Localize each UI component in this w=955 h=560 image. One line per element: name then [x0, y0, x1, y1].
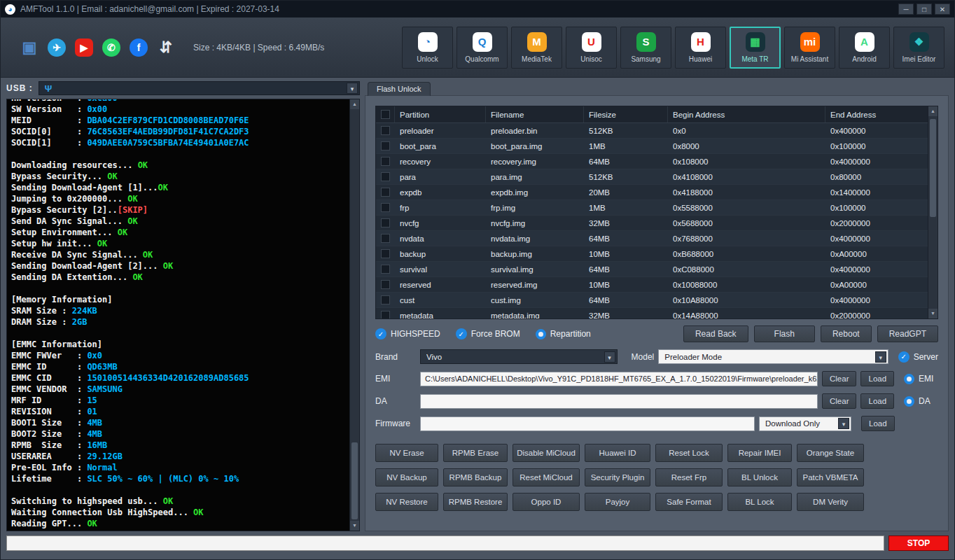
safe-format-button[interactable]: Safe Format	[655, 493, 723, 511]
disable-micloud-button[interactable]: Disable MiCloud	[513, 444, 580, 462]
table-scrollbar-thumb[interactable]	[930, 119, 936, 217]
filter-icon[interactable]: ⇵	[157, 38, 175, 57]
table-row[interactable]: reservedreserved.img10MB0x100880000xA000…	[376, 277, 928, 293]
col-partition[interactable]: Partition	[395, 106, 486, 122]
usb-device-select[interactable]: Ψ ▾	[39, 81, 360, 95]
youtube-icon[interactable]: ▶	[75, 38, 93, 57]
close-button[interactable]: ✕	[935, 4, 950, 15]
log-scrollbar-thumb[interactable]	[351, 442, 358, 519]
read-back-button[interactable]: Read Back	[683, 326, 748, 342]
brand-select[interactable]: Vivo ▾	[420, 349, 618, 364]
tab-unlock[interactable]: ◔Unlock	[402, 27, 453, 69]
bl-lock-button[interactable]: BL Lock	[727, 493, 792, 511]
row-checkbox[interactable]	[381, 203, 390, 212]
server-toggle[interactable]: ✓ Server	[898, 351, 938, 363]
da-radio[interactable]	[904, 396, 914, 407]
huawei-id-button[interactable]: Huawei ID	[585, 444, 650, 462]
tab-mediatek[interactable]: MMediaTek	[511, 27, 562, 69]
emi-load-button[interactable]: Load	[860, 371, 894, 386]
da-path-input[interactable]	[420, 394, 818, 409]
highspeed-toggle[interactable]: ✓ HIGHSPEED	[375, 328, 440, 340]
da-radio-toggle[interactable]: DA	[904, 396, 930, 407]
firmware-mode-dropdown-arrow[interactable]: ▾	[838, 418, 849, 429]
table-row[interactable]: nvdatanvdata.img64MB0x76880000x4000000	[376, 231, 928, 246]
row-checkbox[interactable]	[381, 295, 390, 304]
log-console[interactable]: HW Version : 0xca00SW Version : 0x00MEID…	[7, 99, 349, 531]
scroll-down-icon[interactable]: ▼	[350, 521, 359, 531]
reset-lock-button[interactable]: Reset Lock	[655, 444, 723, 462]
telegram-icon[interactable]: ✈	[48, 38, 66, 57]
minimize-button[interactable]: ─	[898, 4, 914, 15]
table-row[interactable]: parapara.img512KB0x41080000x80000	[376, 169, 928, 185]
facebook-icon[interactable]: f	[130, 38, 148, 57]
col-filename[interactable]: Filename	[486, 106, 584, 122]
rpmb-erase-button[interactable]: RPMB Erase	[443, 444, 508, 462]
select-all-checkbox[interactable]	[381, 110, 390, 119]
patch-vbmeta-button[interactable]: Patch VBMETA	[797, 468, 864, 486]
row-checkbox[interactable]	[381, 311, 390, 318]
stop-button[interactable]: STOP	[888, 536, 949, 551]
tab-imei-editor[interactable]: ❖Imei Editor	[893, 27, 944, 69]
firmware-path-input[interactable]	[420, 416, 755, 431]
bl-unlock-button[interactable]: BL Unlock	[727, 468, 792, 486]
firmware-mode-select[interactable]: Download Only ▾	[759, 416, 851, 431]
row-checkbox[interactable]	[381, 265, 390, 274]
brand-dropdown-arrow[interactable]: ▾	[604, 351, 615, 363]
nv-erase-button[interactable]: NV Erase	[375, 444, 438, 462]
row-checkbox[interactable]	[381, 126, 390, 135]
emi-radio[interactable]	[904, 374, 914, 384]
payjoy-button[interactable]: Payjoy	[585, 493, 650, 511]
server-checkbox[interactable]: ✓	[898, 351, 909, 363]
nv-backup-button[interactable]: NV Backup	[375, 468, 438, 486]
row-checkbox[interactable]	[381, 141, 390, 150]
da-load-button[interactable]: Load	[860, 393, 894, 409]
row-checkbox[interactable]	[381, 172, 390, 181]
firmware-load-button[interactable]: Load	[861, 416, 895, 431]
emi-path-input[interactable]: C:\Users\ADANICHELL\Desktop\Vivo_Y91C_PD…	[420, 372, 818, 386]
rpmb-restore-button[interactable]: RPMB Restore	[443, 493, 508, 511]
table-row[interactable]: metadatametadata.img32MB0x14A880000x2000…	[376, 308, 928, 318]
table-row[interactable]: recoveryrecovery.img64MB0x1080000x400000…	[376, 154, 928, 169]
tab-huawei[interactable]: HHuawei	[675, 27, 726, 69]
remote-icon[interactable]: ▣	[20, 38, 39, 57]
row-checkbox[interactable]	[381, 218, 390, 227]
tab-mi-assistant[interactable]: miMi Assistant	[784, 27, 835, 69]
tab-android[interactable]: AAndroid	[839, 27, 890, 69]
nv-restore-button[interactable]: NV Restore	[375, 493, 438, 511]
log-scrollbar[interactable]: ▲ ▼	[349, 99, 359, 531]
table-row[interactable]: survivalsurvival.img64MB0xC0880000x40000…	[376, 262, 928, 277]
row-checkbox[interactable]	[381, 234, 390, 243]
table-row[interactable]: boot_paraboot_para.img1MB0x80000x100000	[376, 139, 928, 154]
tab-flash-unlock[interactable]: Flash Unlock	[368, 82, 431, 96]
model-select[interactable]: Preloader Mode ▾	[658, 349, 888, 364]
emi-radio-toggle[interactable]: EMI	[904, 374, 933, 384]
tab-samsung[interactable]: SSamsung	[620, 27, 671, 69]
whatsapp-icon[interactable]: ✆	[102, 38, 120, 57]
reboot-button[interactable]: Reboot	[821, 326, 872, 342]
repartition-radio[interactable]	[536, 329, 546, 340]
row-checkbox[interactable]	[381, 249, 390, 258]
maximize-button[interactable]: □	[916, 4, 932, 15]
table-scrollbar[interactable]: ▲ ▼	[928, 106, 937, 318]
emi-clear-button[interactable]: Clear	[822, 371, 856, 386]
oppo-id-button[interactable]: Oppo ID	[513, 493, 580, 511]
reset-micloud-button[interactable]: Reset MiCloud	[513, 468, 580, 486]
scroll-up-icon[interactable]: ▲	[928, 106, 937, 116]
highspeed-checkbox[interactable]: ✓	[375, 328, 386, 340]
table-row[interactable]: frpfrp.img1MB0x55880000x100000	[376, 200, 928, 216]
table-row[interactable]: preloaderpreloader.bin512KB0x00x400000	[376, 123, 928, 139]
col-filesize[interactable]: Filesize	[584, 106, 668, 122]
table-row[interactable]: expdbexpdb.img20MB0x41880000x1400000	[376, 185, 928, 200]
reset-frp-button[interactable]: Reset Frp	[655, 468, 723, 486]
table-row[interactable]: nvcfgnvcfg.img32MB0x56880000x2000000	[376, 216, 928, 231]
row-checkbox[interactable]	[381, 188, 390, 197]
flash-button[interactable]: Flash	[754, 326, 815, 342]
col-end-address[interactable]: End Address	[825, 106, 937, 122]
tab-meta-tr[interactable]: ▦Meta TR	[730, 27, 781, 69]
scroll-up-icon[interactable]: ▲	[350, 99, 359, 109]
col-begin-address[interactable]: Begin Address	[668, 106, 825, 122]
table-row[interactable]: custcust.img64MB0x10A880000x4000000	[376, 293, 928, 308]
da-clear-button[interactable]: Clear	[822, 393, 856, 409]
security-plugin-button[interactable]: Security Plugin	[585, 468, 650, 486]
scroll-down-icon[interactable]: ▼	[928, 309, 937, 318]
